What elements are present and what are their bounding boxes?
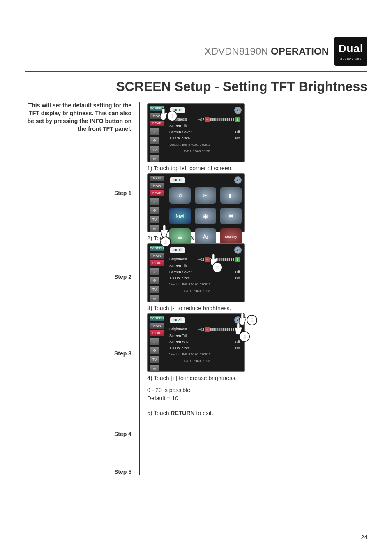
- brightness-plus-button[interactable]: +: [235, 117, 240, 122]
- screenshot-2: MAIN MAIN REAR ⌂ ⚙ TV ▭ Dual ↶ ♫ ✂ ◧ Nav…: [147, 173, 245, 232]
- version-b: F/E HPD60.09.22: [184, 359, 210, 363]
- screenshot-4: SCREEN MAIN REAR ⌂ ⚙ TV ▭ Dual ↶ Brightn…: [147, 313, 245, 372]
- src-icon[interactable]: ♫: [169, 187, 191, 204]
- tab-main[interactable]: MAIN: [150, 113, 164, 119]
- brightness-minus-button[interactable]: −: [205, 117, 210, 122]
- tab-screen[interactable]: SCREEN: [150, 316, 164, 321]
- screenshot-1: SCREEN MAIN REAR ⌂ ⚙ TV ▭ Dual ↶ Brightn…: [147, 103, 245, 162]
- saver-label: Screen Saver: [169, 269, 192, 275]
- brightness-bar: [210, 116, 235, 123]
- tilt-label: Screen Tilt: [169, 333, 187, 339]
- brightness-label: Brightness: [169, 326, 187, 332]
- gear-icon[interactable]: ⚙: [150, 137, 159, 144]
- media-icon[interactable]: ◧: [220, 187, 242, 204]
- step-4-label: Step 4: [25, 431, 131, 437]
- sidebar-icons: ⌂ ⚙ TV ▭: [150, 338, 159, 372]
- sd-icon[interactable]: ▭: [150, 365, 159, 372]
- version-a: B/E B76.01.070913: [182, 143, 210, 146]
- sidebar-icons: ⌂ ⚙ TV ▭: [150, 198, 159, 232]
- page-number: 24: [361, 534, 367, 541]
- brightness-bar: [210, 256, 235, 262]
- version-label: Version:: [169, 143, 181, 146]
- gear-icon[interactable]: ⚙: [150, 207, 159, 214]
- header-operation: OPERATION: [271, 46, 329, 57]
- brightness-label: Brightness: [169, 256, 187, 262]
- home-icon[interactable]: ⌂: [150, 338, 159, 345]
- section-title: SCREEN Setup - Setting TFT Brightness: [25, 79, 367, 94]
- tab-rear[interactable]: REAR: [150, 190, 164, 196]
- tab-main-2[interactable]: MAIN: [150, 183, 164, 189]
- callout-1: 1: [167, 111, 178, 121]
- bluetooth-icon[interactable]: ✱: [220, 208, 242, 224]
- sidebar-icons: ⌂ ⚙ TV ▭: [150, 268, 159, 302]
- tab-screen[interactable]: SCREEN: [150, 106, 164, 111]
- brightness-plus-button[interactable]: +: [235, 257, 240, 262]
- saver-value: Off: [235, 339, 240, 345]
- brightness-value: +02: [198, 257, 204, 262]
- callout-3: 3: [212, 262, 223, 273]
- saver-label: Screen Saver: [169, 129, 192, 135]
- sd-icon[interactable]: ▭: [150, 225, 159, 232]
- brightness-value: +02: [198, 327, 204, 332]
- tv-icon[interactable]: TV: [150, 146, 159, 153]
- disc-icon[interactable]: ◉: [195, 208, 216, 224]
- calibrate-label: TS Calibrate: [169, 275, 190, 281]
- tab-main-1[interactable]: MAIN: [150, 176, 164, 181]
- gear-icon[interactable]: ⚙: [150, 277, 159, 284]
- tab-rear[interactable]: REAR: [150, 330, 164, 336]
- return-button[interactable]: ↶: [234, 316, 242, 324]
- brightness-plus-button[interactable]: +: [235, 327, 240, 332]
- callout-5: 5: [247, 315, 257, 325]
- callout-2: 2: [160, 237, 171, 247]
- step-5-text: 5) Touch RETURN to exit.: [147, 410, 367, 416]
- step-2-label: Step 2: [25, 274, 131, 280]
- return-button[interactable]: ↶: [234, 176, 242, 184]
- tv-icon[interactable]: TV: [150, 216, 159, 223]
- tools-icon[interactable]: ✂: [195, 187, 216, 204]
- version-a: B/E B76.01.070913: [182, 283, 210, 286]
- brightness-value: +02: [198, 117, 204, 123]
- brightness-minus-button[interactable]: −: [205, 327, 210, 332]
- calibrate-value: No: [235, 275, 240, 281]
- tv-icon[interactable]: TV: [150, 286, 159, 293]
- callout-4: 4: [239, 331, 250, 342]
- tab-rear[interactable]: REAR: [150, 121, 164, 126]
- calibrate-label: TS Calibrate: [169, 345, 190, 351]
- tab-main[interactable]: MAIN: [150, 253, 164, 259]
- return-button[interactable]: ↶: [234, 246, 242, 254]
- sidebar-icons: ⌂ ⚙ TV ▭: [150, 128, 159, 162]
- gear-icon[interactable]: ⚙: [150, 347, 159, 354]
- brightness-minus-button[interactable]: −: [205, 257, 210, 262]
- home-icon[interactable]: ⌂: [150, 198, 159, 205]
- home-icon[interactable]: ⌂: [150, 268, 159, 275]
- tv-icon[interactable]: TV: [150, 356, 159, 363]
- version-a: B/E B76.01.070913: [182, 353, 210, 356]
- saver-value: Off: [235, 129, 240, 135]
- sd-icon[interactable]: ▭: [150, 155, 159, 162]
- step-3-text: 3) Touch [-] to reduce brightness.: [147, 305, 367, 311]
- return-button[interactable]: ↶: [234, 107, 242, 114]
- brightness-bar: [210, 326, 235, 332]
- home-icon[interactable]: ⌂: [150, 128, 159, 135]
- tab-screen[interactable]: SCREEN: [150, 246, 164, 251]
- version-b: F/E HPD60.09.22: [184, 289, 210, 293]
- navi-button[interactable]: Navi: [169, 208, 191, 224]
- tilt-label: Screen Tilt: [169, 263, 187, 269]
- step-4-range: 0 - 20 is possible Default = 10: [147, 386, 367, 402]
- aux-icon[interactable]: Aᵢ: [195, 228, 216, 245]
- version-label: Version:: [169, 283, 181, 286]
- tilt-value: 1: [238, 263, 240, 269]
- screenshot-3: SCREEN MAIN REAR ⌂ ⚙ TV ▭ Dual ↶ Brightn…: [147, 243, 245, 302]
- standby-button[interactable]: Standby: [220, 228, 242, 245]
- sd-icon[interactable]: ▭: [150, 295, 159, 302]
- screen-icon-button[interactable]: ▤: [169, 228, 191, 245]
- saver-value: Off: [235, 269, 240, 275]
- step-1-text: 1) Touch top left corner of screen.: [147, 165, 367, 172]
- device-brand: Dual: [170, 177, 185, 183]
- logo-text: Dual: [339, 42, 363, 55]
- brand-logo: Dual audio·video: [334, 37, 367, 66]
- tab-main[interactable]: MAIN: [150, 323, 164, 329]
- tab-rear[interactable]: REAR: [150, 260, 164, 266]
- intro-text: This will set the default setting for th…: [25, 102, 131, 133]
- device-brand: Dual: [170, 317, 185, 323]
